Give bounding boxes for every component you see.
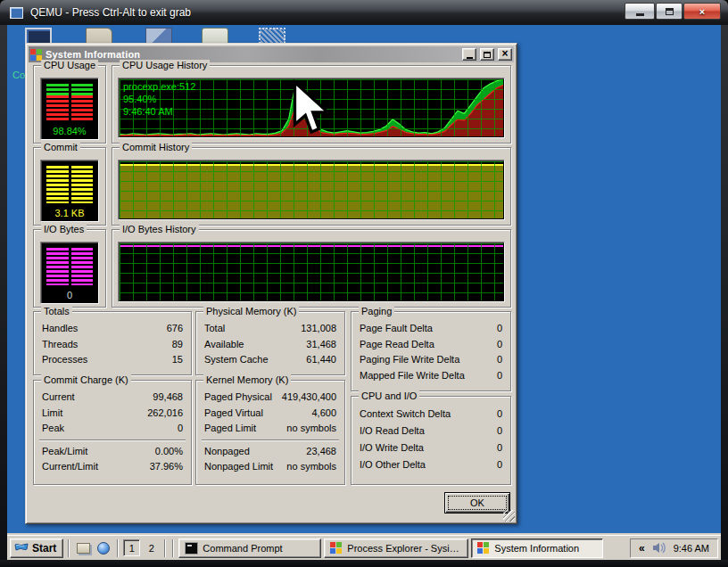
commit-value: 3.1 KB	[41, 208, 98, 218]
stat-row: Current99,468	[34, 390, 191, 406]
cpu-usage-gauge: 98.84%	[40, 78, 99, 140]
cpu-history-label: CPU Usage History	[120, 60, 210, 71]
commit-history-graph[interactable]	[118, 160, 505, 220]
stat-row: Nonpaged Limitno symbols	[196, 459, 344, 475]
io-history-graph[interactable]	[118, 242, 505, 302]
cpu-history-graph[interactable]: procexp.exe:512 95.40% 9:46:40 AM	[118, 78, 505, 138]
io-history-group: I/O Bytes History	[112, 229, 511, 308]
stat-row: Paged Limitno symbols	[196, 421, 344, 437]
tray-collapse-chevron[interactable]: «	[639, 542, 645, 555]
stat-row: Page Fault Delta0	[352, 321, 510, 337]
physical-memory-group: Physical Memory (K) Total131,008 Availab…	[195, 311, 345, 375]
start-flag-icon	[14, 542, 29, 555]
dialog-titlebar[interactable]: System Information ×	[29, 46, 514, 62]
minimize-icon	[467, 57, 473, 59]
qemu-frame-right	[721, 25, 728, 560]
io-bytes-label: I/O Bytes	[41, 224, 87, 235]
io-bytes-group: I/O Bytes 0	[33, 229, 106, 308]
taskbar: Start 1 2 Command Prompt Process Explore…	[7, 535, 721, 560]
stat-row: Available31,468	[196, 337, 344, 353]
close-icon: ×	[501, 48, 508, 59]
kernel-memory-label: Kernel Memory (K)	[203, 374, 291, 386]
commit-gauge: 3.1 KB	[40, 160, 99, 222]
stat-row: Paged Physical419,430,400	[196, 390, 344, 406]
cpu-usage-label: CPU Usage	[41, 60, 98, 71]
qemu-close-button[interactable]: ×	[683, 3, 721, 20]
stat-row: Peak/Limit0.00%	[34, 444, 191, 460]
volume-icon[interactable]	[652, 542, 666, 554]
resize-grip[interactable]	[503, 510, 515, 522]
io-history-label: I/O Bytes History	[120, 224, 199, 235]
maximize-icon	[666, 8, 674, 15]
desktop-pager-2[interactable]: 2	[143, 539, 160, 556]
stat-row: Mapped File Write Delta0	[352, 368, 510, 384]
stat-row: Processes15	[34, 352, 191, 368]
commit-history-group: Commit History	[112, 147, 511, 226]
qemu-app-icon	[10, 7, 23, 19]
cpu-io-group: CPU and I/O Context Switch Delta0 I/O Re…	[351, 396, 511, 485]
procexp-icon	[330, 542, 343, 555]
totals-group: Totals Handles676 Threads89 Processes15	[33, 311, 192, 375]
dialog-close-button[interactable]: ×	[498, 48, 512, 61]
kernel-memory-group: Kernel Memory (K) Paged Physical419,430,…	[195, 380, 345, 485]
io-history-grid	[120, 243, 503, 300]
guest-desktop: Co System Information × CPU Usage	[7, 25, 721, 560]
task-button-system-information[interactable]: System Information	[471, 538, 603, 558]
stat-row: Total131,008	[196, 321, 344, 337]
qemu-frame-left	[0, 25, 7, 560]
paging-group: Paging Page Fault Delta0 Page Read Delta…	[351, 311, 511, 391]
stat-row: Limit262,016	[34, 406, 191, 422]
taskbar-separator	[68, 539, 70, 557]
close-icon: ×	[699, 6, 705, 17]
task-button-command-prompt[interactable]: Command Prompt	[178, 538, 321, 558]
divider	[202, 440, 339, 441]
cpu-gauge-bars	[46, 84, 93, 121]
desktop-icon-label: Co	[12, 70, 25, 80]
ok-button[interactable]: OK	[444, 492, 510, 514]
qemu-title-text: QEMU - Press Ctrl-Alt to exit grab	[30, 6, 191, 19]
stat-row: Page Read Delta0	[352, 337, 510, 353]
stat-row: I/O Other Delta0	[352, 456, 510, 473]
commit-group: Commit 3.1 KB	[33, 147, 106, 226]
qemu-frame-bottom	[0, 560, 728, 567]
desktop-pager-1[interactable]: 1	[123, 539, 140, 556]
taskbar-separator	[172, 539, 174, 557]
mouse-cursor-icon	[120, 79, 503, 136]
commit-history-fill	[120, 164, 503, 218]
commit-charge-group: Commit Charge (K) Current99,468 Limit262…	[33, 380, 192, 485]
stat-row: Handles676	[34, 321, 191, 337]
console-icon	[185, 542, 198, 555]
cpu-io-label: CPU and I/O	[359, 390, 419, 402]
task-button-process-explorer[interactable]: Process Explorer - Sysint...	[324, 538, 468, 558]
io-history-line	[120, 245, 503, 247]
qemu-titlebar[interactable]: QEMU - Press Ctrl-Alt to exit grab ×	[0, 0, 728, 25]
stat-row: Peak0	[34, 421, 191, 437]
divider	[39, 440, 186, 441]
show-desktop-icon[interactable]	[74, 539, 92, 557]
commit-charge-label: Commit Charge (K)	[41, 374, 131, 386]
qemu-maximize-button[interactable]	[656, 3, 682, 20]
stat-row: Nonpaged23,468	[196, 444, 344, 460]
commit-history-label: Commit History	[120, 142, 192, 153]
taskbar-separator	[117, 539, 119, 557]
cpu-usage-value: 98.84%	[41, 126, 98, 136]
procexp-app-icon	[30, 49, 42, 61]
stat-row: I/O Write Delta0	[352, 440, 510, 456]
commit-label: Commit	[41, 142, 80, 153]
start-button[interactable]: Start	[10, 538, 63, 558]
browser-icon[interactable]	[95, 539, 112, 557]
qemu-minimize-button[interactable]	[625, 3, 655, 20]
stat-row: I/O Read Delta0	[352, 423, 510, 440]
totals-label: Totals	[41, 306, 72, 317]
stat-row: Threads89	[34, 337, 191, 353]
dialog-title: System Information	[46, 49, 459, 60]
dialog-maximize-button[interactable]	[480, 48, 494, 61]
physical-memory-label: Physical Memory (K)	[203, 306, 299, 317]
stat-row: Paged Virtual4,600	[196, 406, 344, 422]
tray-clock[interactable]: 9:46 AM	[674, 543, 709, 554]
dialog-minimize-button[interactable]	[462, 48, 476, 61]
stat-row: System Cache61,440	[196, 352, 344, 368]
taskbar-separator	[164, 539, 166, 557]
procexp-icon	[477, 542, 490, 555]
paging-label: Paging	[359, 306, 394, 317]
